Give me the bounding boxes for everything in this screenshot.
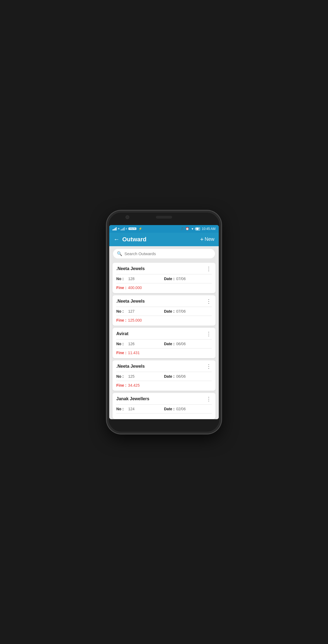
no-label: No :	[116, 277, 127, 281]
card-header: Janak Jewellers ⋮	[116, 396, 212, 402]
r-label: R	[118, 228, 120, 230]
card-no-section: No : 127	[116, 309, 164, 313]
battery-tip	[199, 228, 199, 229]
battery-percent: 25%	[195, 228, 198, 230]
menu-dots-icon[interactable]: ⋮	[206, 364, 212, 369]
search-bar: 🔍	[113, 249, 215, 258]
fine-value: 125.000	[128, 318, 142, 322]
usb-icon: ⚡	[139, 227, 142, 230]
speaker	[156, 216, 172, 219]
date-label: Date :	[164, 407, 175, 411]
search-container: 🔍	[109, 246, 219, 261]
no-value: 126	[128, 342, 134, 346]
card-divider	[116, 372, 212, 372]
card-item[interactable]: .Neeta Jewels ⋮ No : 128 Date : 07/06 Fi…	[112, 263, 216, 293]
card-divider	[116, 339, 212, 339]
card-no-date-row: No : 126 Date : 06/06	[116, 342, 212, 346]
card-name: Janak Jewellers	[116, 396, 149, 401]
app-title: Outward	[122, 236, 146, 243]
card-item[interactable]: .Neeta Jewels ⋮ No : 127 Date : 07/06 Fi…	[112, 295, 216, 326]
r2-label: 2	[126, 228, 127, 230]
no-label: No :	[116, 309, 127, 313]
no-divider-bottom	[116, 413, 212, 414]
card-no-date-row: No : 125 Date : 06/06	[116, 374, 212, 379]
fine-row: Fine : 34.425	[116, 383, 212, 387]
card-name: .Neeta Jewels	[116, 299, 145, 304]
card-divider	[116, 307, 212, 307]
fine-label: Fine :	[116, 318, 126, 322]
alarm-icon: ⏰	[185, 227, 189, 230]
cards-list: .Neeta Jewels ⋮ No : 128 Date : 07/06 Fi…	[109, 261, 219, 419]
battery-fill: 25%	[196, 228, 198, 230]
camera	[126, 215, 129, 219]
date-label: Date :	[164, 309, 175, 313]
date-label: Date :	[164, 342, 175, 346]
status-right: 🎵 ⏰ ▼ 25% 10:45 AM	[181, 227, 216, 231]
menu-dots-icon[interactable]: ⋮	[206, 331, 212, 337]
date-value: 06/06	[176, 342, 186, 346]
card-name: .Neeta Jewels	[116, 266, 145, 271]
fine-divider	[116, 348, 212, 348]
fine-row: Fine : 11.431	[116, 351, 212, 355]
date-value: 02/06	[176, 407, 186, 411]
status-left: R 2 VOLTE ⚡	[112, 227, 142, 230]
card-no-section: No : 126	[116, 342, 164, 346]
menu-dots-icon[interactable]: ⋮	[206, 266, 212, 271]
card-header: Avirat ⋮	[116, 331, 212, 337]
fine-label: Fine :	[116, 383, 126, 387]
status-bar: R 2 VOLTE ⚡ 🎵 ⏰ ▼ 25%	[109, 225, 219, 233]
no-value: 125	[128, 374, 134, 379]
card-no-date-row: No : 128 Date : 07/06	[116, 277, 212, 281]
card-name: Avirat	[116, 331, 128, 336]
no-value: 127	[128, 309, 134, 313]
signal-icon-1	[112, 227, 117, 230]
card-date-section: Date : 07/06	[164, 277, 212, 281]
new-button[interactable]: + New	[200, 236, 214, 243]
card-item[interactable]: Janak Jewellers ⋮ No : 124 Date : 02/06	[112, 393, 216, 419]
fine-row: Fine : 125.000	[116, 318, 212, 322]
card-name: .Neeta Jewels	[116, 364, 145, 369]
fine-divider	[116, 316, 212, 316]
menu-dots-icon[interactable]: ⋮	[206, 396, 212, 402]
new-label: New	[205, 236, 214, 242]
fine-value: 400.000	[128, 286, 142, 290]
date-label: Date :	[164, 277, 175, 281]
fine-label: Fine :	[116, 351, 126, 355]
date-value: 06/06	[176, 374, 186, 379]
fine-value: 11.431	[128, 351, 140, 355]
card-header: .Neeta Jewels ⋮	[116, 364, 212, 369]
wifi-icon: ▼	[191, 227, 194, 230]
no-label: No :	[116, 342, 127, 346]
fine-value: 34.425	[128, 383, 140, 387]
card-no-section: No : 125	[116, 374, 164, 379]
date-value: 07/06	[176, 309, 186, 313]
card-divider	[116, 404, 212, 405]
back-button[interactable]: ←	[114, 236, 120, 243]
search-input[interactable]	[124, 251, 211, 256]
no-label: No :	[116, 374, 127, 379]
card-no-date-row: No : 127 Date : 07/06	[116, 309, 212, 313]
screen: R 2 VOLTE ⚡ 🎵 ⏰ ▼ 25%	[109, 225, 219, 419]
card-divider	[116, 274, 212, 274]
card-item[interactable]: Avirat ⋮ No : 126 Date : 06/06 Fine : 11…	[112, 328, 216, 358]
no-label: No :	[116, 407, 127, 411]
card-item[interactable]: .Neeta Jewels ⋮ No : 125 Date : 06/06 Fi…	[112, 360, 216, 391]
search-icon: 🔍	[117, 251, 122, 256]
date-value: 07/06	[176, 277, 186, 281]
phone-shell: R 2 VOLTE ⚡ 🎵 ⏰ ▼ 25%	[107, 211, 221, 433]
menu-dots-icon[interactable]: ⋮	[206, 299, 212, 304]
card-date-section: Date : 02/06	[164, 407, 212, 411]
no-value: 128	[128, 277, 134, 281]
new-plus-icon: +	[200, 236, 204, 243]
status-time: 10:45 AM	[202, 227, 216, 231]
no-value: 124	[128, 407, 134, 411]
fine-row: Fine : 400.000	[116, 286, 212, 290]
card-no-section: No : 128	[116, 277, 164, 281]
card-date-section: Date : 06/06	[164, 374, 212, 379]
app-bar-left: ← Outward	[114, 236, 146, 243]
hifi-icon: 🎵	[181, 227, 184, 230]
card-no-date-row: No : 124 Date : 02/06	[116, 407, 212, 411]
card-header: .Neeta Jewels ⋮	[116, 266, 212, 271]
card-no-section: No : 124	[116, 407, 164, 411]
fine-divider	[116, 283, 212, 283]
